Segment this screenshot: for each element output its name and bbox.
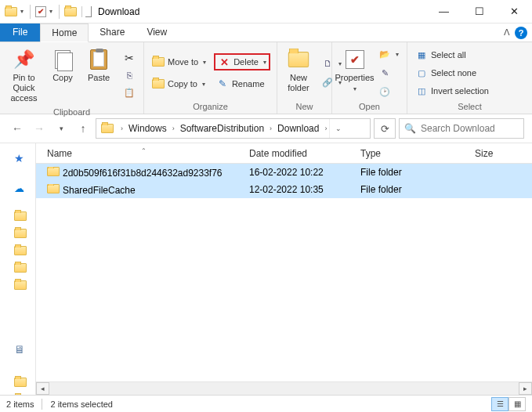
cut-icon: ✂: [123, 52, 136, 64]
breadcrumb-arrow[interactable]: ›: [267, 125, 274, 132]
forward-button[interactable]: →: [30, 119, 49, 138]
select-none-icon: ▢: [415, 67, 428, 79]
sidebar-onedrive[interactable]: ☁: [0, 179, 35, 197]
column-name[interactable]: ⌃Name: [42, 148, 244, 159]
edit-button[interactable]: ✎: [375, 64, 402, 81]
qat-dropdown[interactable]: ▾: [19, 8, 25, 15]
collapse-ribbon-icon[interactable]: ᐱ: [504, 27, 510, 38]
copy-to-button[interactable]: Copy to▾: [149, 75, 208, 92]
search-box[interactable]: 🔍 Search Download: [399, 118, 524, 139]
paste-button[interactable]: Paste: [82, 45, 115, 106]
window-title: Download: [98, 6, 139, 17]
move-to-button[interactable]: Move to▾: [149, 53, 209, 70]
sidebar-folder[interactable]: [0, 242, 35, 259]
sidebar-this-pc[interactable]: 🖥: [0, 341, 35, 358]
column-date[interactable]: Date modified: [244, 148, 356, 159]
scroll-left-button[interactable]: ◂: [36, 382, 49, 395]
minimize-button[interactable]: —: [426, 0, 461, 23]
search-icon: 🔍: [404, 123, 416, 134]
properties-icon: ✔: [342, 47, 367, 72]
quick-access-toolbar: ▾ ✔ ▾: [0, 5, 92, 19]
breadcrumb-segment[interactable]: SoftwareDistribution: [177, 119, 267, 138]
rename-button[interactable]: ✎ Rename: [213, 75, 268, 92]
sidebar-quick-access[interactable]: ★: [0, 150, 35, 167]
tab-file[interactable]: File: [0, 23, 40, 42]
address-dropdown[interactable]: ⌄: [329, 119, 346, 138]
breadcrumb-arrow[interactable]: ›: [322, 125, 329, 132]
invert-selection-icon: ◫: [415, 85, 428, 97]
folder-icon: [14, 229, 27, 238]
file-type: File folder: [356, 167, 470, 178]
select-none-button[interactable]: ▢Select none: [412, 64, 492, 81]
table-row[interactable]: SharedFileCache 12-02-2022 10:35 File fo…: [36, 181, 532, 198]
title-bar: ▾ ✔ ▾ Download — ☐ ✕: [0, 0, 532, 23]
address-root-arrow[interactable]: ›: [118, 125, 125, 132]
group-select: ▦Select all ▢Select none ◫Invert selecti…: [407, 42, 532, 114]
copy-button[interactable]: Copy: [46, 45, 79, 106]
paste-shortcut-button[interactable]: 📋: [120, 84, 139, 101]
navigation-bar: ← → ▾ ↑ › Windows › SoftwareDistribution…: [0, 114, 532, 143]
status-bar: 2 items 2 items selected ☰ ▦: [0, 395, 532, 412]
view-details-button[interactable]: ☰: [491, 397, 508, 411]
breadcrumb-segment[interactable]: Windows: [125, 119, 170, 138]
qat-properties-icon[interactable]: ✔: [35, 6, 46, 17]
pc-icon: 🖥: [14, 343, 25, 356]
column-size[interactable]: Size: [470, 148, 527, 159]
folder-icon: [47, 167, 60, 176]
sidebar-folder[interactable]: [0, 374, 35, 391]
view-large-icons-button[interactable]: ▦: [508, 397, 526, 411]
back-button[interactable]: ←: [8, 119, 27, 138]
address-bar[interactable]: › Windows › SoftwareDistribution › Downl…: [96, 118, 371, 139]
qat-customize[interactable]: [85, 6, 92, 17]
search-placeholder: Search Download: [421, 123, 495, 134]
pin-to-quick-access-button[interactable]: 📌 Pin to Quick access: [5, 45, 43, 106]
column-type[interactable]: Type: [356, 148, 470, 159]
properties-button[interactable]: ✔ Properties▾: [337, 45, 372, 100]
tab-view[interactable]: View: [136, 23, 178, 42]
select-all-button[interactable]: ▦Select all: [412, 46, 492, 63]
edit-icon: ✎: [378, 67, 391, 79]
breadcrumb-segment[interactable]: Download: [274, 119, 322, 138]
recent-locations-button[interactable]: ▾: [52, 119, 71, 138]
open-button[interactable]: 📂▾: [375, 45, 402, 63]
breadcrumb-arrow[interactable]: ›: [170, 125, 177, 132]
select-all-icon: ▦: [415, 49, 428, 61]
address-folder-icon[interactable]: [98, 119, 117, 138]
sidebar-folder[interactable]: [0, 225, 35, 242]
paste-shortcut-icon: 📋: [123, 86, 136, 99]
sidebar-folder[interactable]: [0, 208, 35, 225]
history-button[interactable]: 🕑: [375, 83, 402, 100]
cut-button[interactable]: ✂: [120, 49, 139, 67]
status-item-count: 2 items: [6, 399, 34, 409]
invert-selection-button[interactable]: ◫Invert selection: [412, 82, 492, 99]
copy-icon: [50, 47, 75, 72]
file-type: File folder: [356, 184, 470, 195]
scroll-track[interactable]: [49, 382, 519, 395]
file-date: 16-02-2022 10:22: [244, 167, 356, 178]
navigation-pane[interactable]: ★ ☁ 🖥: [0, 143, 36, 395]
copy-path-button[interactable]: ⎘: [120, 67, 139, 84]
folder-icon: [14, 263, 27, 273]
tab-share[interactable]: Share: [89, 23, 136, 42]
up-button[interactable]: ↑: [74, 119, 92, 138]
qat-folder-icon[interactable]: [64, 7, 77, 16]
file-rows[interactable]: 2d0b509f616f31b8d244632ad9233f76 16-02-2…: [36, 164, 532, 381]
horizontal-scrollbar[interactable]: ◂ ▸: [36, 381, 532, 395]
folder-icon: [14, 378, 27, 387]
sidebar-folder[interactable]: [0, 259, 35, 276]
tab-home[interactable]: Home: [40, 23, 89, 42]
new-folder-button[interactable]: New folder: [282, 45, 315, 100]
refresh-button[interactable]: ⟳: [374, 118, 396, 139]
group-organize: Move to▾ ✕ Delete▾ Copy to▾ ✎ Rename: [144, 42, 277, 114]
help-icon[interactable]: ?: [515, 27, 527, 39]
maximize-button[interactable]: ☐: [461, 0, 497, 23]
copy-path-icon: ⎘: [123, 69, 136, 81]
qat-dropdown-2[interactable]: ▾: [48, 8, 54, 15]
close-button[interactable]: ✕: [497, 0, 532, 23]
folder-icon: [14, 280, 27, 290]
table-row[interactable]: 2d0b509f616f31b8d244632ad9233f76 16-02-2…: [36, 164, 532, 181]
star-icon: ★: [14, 152, 24, 164]
scroll-right-button[interactable]: ▸: [519, 382, 532, 395]
delete-button[interactable]: ✕ Delete▾: [214, 53, 270, 70]
sidebar-folder[interactable]: [0, 276, 35, 294]
